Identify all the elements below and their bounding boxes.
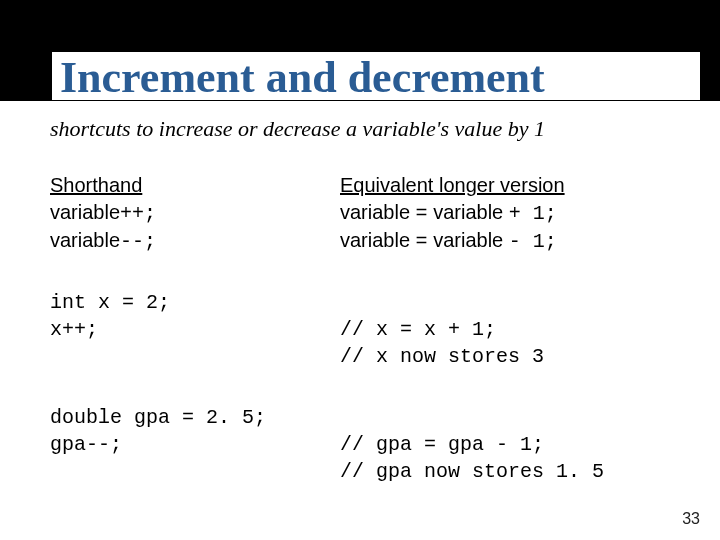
equivalent-heading: Equivalent longer version [340, 172, 690, 199]
col-right: Equivalent longer version variable = var… [340, 172, 690, 255]
comment-gpa-stores: // gpa now stores 1. 5 [340, 458, 690, 485]
col-right: // x = x + 1; // x now stores 3 [340, 289, 690, 370]
code-x-inc: x++; [50, 316, 340, 343]
col-left: double gpa = 2. 5; gpa--; [50, 404, 340, 485]
code-gpa-dec: gpa--; [50, 431, 340, 458]
code-plus: + 1; [509, 202, 557, 225]
title-band: Increment and decrement [0, 0, 720, 101]
col-right: // gpa = gpa - 1; // gpa now stores 1. 5 [340, 404, 690, 485]
comment-x-stores: // x now stores 3 [340, 343, 690, 370]
shorthand-heading: Shorthand [50, 172, 340, 199]
shorthand-variable-inc: variable++; [50, 199, 340, 227]
col-left: Shorthand variable++; variable--; [50, 172, 340, 255]
slide-subtitle: shortcuts to increase or decrease a vari… [50, 116, 690, 142]
comment-gpa-eq: // gpa = gpa - 1; [340, 431, 690, 458]
code-eq: = [416, 230, 428, 253]
page-number: 33 [682, 510, 700, 528]
code-double-gpa: double gpa = 2. 5; [50, 404, 340, 431]
equivalent-dec: variable = variable - 1; [340, 227, 690, 255]
slide-title: Increment and decrement [52, 52, 700, 100]
shorthand-variable-dec: variable--; [50, 227, 340, 255]
comment-x-eq: // x = x + 1; [340, 316, 690, 343]
slide: Increment and decrement shortcuts to inc… [0, 0, 720, 540]
content-row: double gpa = 2. 5; gpa--; // gpa = gpa -… [50, 404, 690, 485]
code-inc-op: ++; [120, 202, 156, 225]
slide-content: Shorthand variable++; variable--; Equiva… [50, 172, 690, 519]
code-eq: = [416, 202, 428, 225]
col-left: int x = 2; x++; [50, 289, 340, 370]
content-row: Shorthand variable++; variable--; Equiva… [50, 172, 690, 255]
code-dec-op: --; [120, 230, 156, 253]
content-row: int x = 2; x++; // x = x + 1; // x now s… [50, 289, 690, 370]
equivalent-inc: variable = variable + 1; [340, 199, 690, 227]
code-int-x: int x = 2; [50, 289, 340, 316]
code-minus: - 1; [509, 230, 557, 253]
